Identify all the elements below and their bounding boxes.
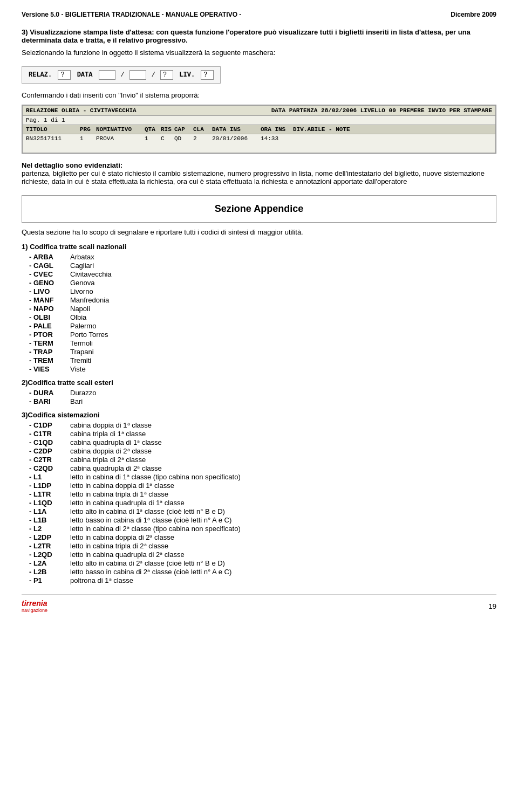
section1-title: 1) Codifica tratte scali nazionali xyxy=(22,243,496,251)
codice-key: - CVEC xyxy=(22,270,70,278)
list-item: - ARBAArbatax xyxy=(22,253,496,261)
list-item: - MANFManfredonia xyxy=(22,296,496,304)
detail-note: Nel dettaglio sono evidenziati: partenza… xyxy=(22,161,496,185)
list-item: - L2QDletto in cabina quadrupla di 2ᵃ cl… xyxy=(22,550,496,559)
codice-val: cabina tripla di 2ᵃ classe xyxy=(70,456,496,464)
codice-val: Arbatax xyxy=(70,253,496,261)
codice-val: Manfredonia xyxy=(70,296,496,304)
empty-row xyxy=(23,143,495,153)
list-item: - TREMTremiti xyxy=(22,356,496,364)
table-row: BN32517111 1 PROVA 1 C QD 2 20/01/2006 1… xyxy=(23,134,495,143)
codice-key: - C2TR xyxy=(22,456,70,464)
codice-key: - L1 xyxy=(22,473,70,481)
list-item: - L2DPletto in cabina doppia di 2ᵃ class… xyxy=(22,533,496,541)
codice-list-1: - ARBAArbatax- CAGLCagliari- CVECCivitav… xyxy=(22,253,496,373)
list-item: - C2TRcabina tripla di 2ᵃ classe xyxy=(22,456,496,464)
codice-val: cabina quadrupla di 1ᵃ classe xyxy=(70,438,496,446)
codice-key: - PALE xyxy=(22,322,70,330)
codice-val: Termoli xyxy=(70,339,496,347)
codice-val: Durazzo xyxy=(70,389,496,397)
data-label: DATA xyxy=(77,71,93,79)
codice-key: - L1B xyxy=(22,516,70,524)
codice-key: - L2TR xyxy=(22,542,70,550)
codice-val: cabina tripla di 1ᵃ classe xyxy=(70,430,496,438)
codice-val: letto alto in cabina di 1ᵃ classe (cioè … xyxy=(70,507,496,515)
codice-val: Trapani xyxy=(70,348,496,356)
section3-desc: Selezionando la funzione in oggetto il s… xyxy=(22,49,496,57)
codice-key: - L1A xyxy=(22,507,70,515)
codice-val: Palermo xyxy=(70,322,496,330)
codice-val: letto in cabina di 2ᵃ classe (tipo cabin… xyxy=(70,525,496,533)
codice-val: Genova xyxy=(70,279,496,287)
appendice-box: Sezione Appendice xyxy=(22,195,496,223)
page-number: 19 xyxy=(489,602,496,610)
screen1-box: RELAZ. ? DATA / / ? LIV. ? xyxy=(22,66,221,84)
list-item: - PTORPorto Torres xyxy=(22,331,496,339)
codice-key: - L2DP xyxy=(22,533,70,541)
list-item: - LIVOLivorno xyxy=(22,287,496,295)
relaz-label: RELAZ. xyxy=(29,71,52,79)
codice-key: - C1TR xyxy=(22,430,70,438)
list-item: - GENOGenova xyxy=(22,279,496,287)
rel-label-key: RELAZIONE OLBIA - CIVITAVECCHIA xyxy=(26,107,137,114)
data-partenza: DATA PARTENZA 28/02/2006 LIVELLO 00 PREM… xyxy=(271,107,492,114)
codice-val: letto in cabina quadrupla di 2ᵃ classe xyxy=(70,550,496,559)
list-item: - PALEPalermo xyxy=(22,322,496,330)
list-item: - L2letto in cabina di 2ᵃ classe (tipo c… xyxy=(22,525,496,533)
list-item: - C1DPcabina doppia di 1ᵃ classe xyxy=(22,421,496,429)
codice-val: letto in cabina tripla di 2ᵃ classe xyxy=(70,542,496,550)
data-year-field: ? xyxy=(160,70,173,80)
list-item: - L1QDletto in cabina quadrupla di 1ᵃ cl… xyxy=(22,499,496,507)
codice-val: Tremiti xyxy=(70,356,496,364)
codice-key: - L2 xyxy=(22,525,70,533)
codice-val: cabina doppia di 1ᵃ classe xyxy=(70,421,496,429)
codice-val: Viste xyxy=(70,365,496,373)
codice-key: - TREM xyxy=(22,356,70,364)
list-item: - L1letto in cabina di 1ᵃ classe (tipo c… xyxy=(22,473,496,481)
list-item: - L2Aletto alto in cabina di 2ᵃ classe (… xyxy=(22,559,496,567)
section3-title-sist: 3)Codifica sistemazioni xyxy=(22,411,496,419)
codice-key: - CAGL xyxy=(22,262,70,270)
relaz-field: ? xyxy=(58,70,71,80)
codice-key: - L2A xyxy=(22,559,70,567)
codice-val: Livorno xyxy=(70,287,496,295)
list-item: - L1Aletto alto in cabina di 1ᵃ classe (… xyxy=(22,507,496,515)
codice-val: Civitavecchia xyxy=(70,270,496,278)
codice-key: - LIVO xyxy=(22,287,70,295)
codice-key: - ARBA xyxy=(22,253,70,261)
codice-list-3: - C1DPcabina doppia di 1ᵃ classe- C1TRca… xyxy=(22,421,496,584)
codice-key: - PTOR xyxy=(22,331,70,339)
list-item: - NAPONapoli xyxy=(22,305,496,313)
codice-list-2: - DURADurazzo- BARIBari xyxy=(22,389,496,405)
codice-key: - L1TR xyxy=(22,490,70,498)
list-item: - C1QDcabina quadrupla di 1ᵃ classe xyxy=(22,438,496,446)
data-day-field xyxy=(99,70,116,80)
liv-label: LIV. xyxy=(179,71,195,79)
codice-key: - L1QD xyxy=(22,499,70,507)
codice-key: - C1DP xyxy=(22,421,70,429)
list-item: - OLBIOlbia xyxy=(22,313,496,321)
codice-key: - L1DP xyxy=(22,481,70,490)
codice-val: letto in cabina di 1ᵃ classe (tipo cabin… xyxy=(70,473,496,481)
liv-field: ? xyxy=(201,70,214,80)
codice-key: - VIES xyxy=(22,365,70,373)
data-month-field xyxy=(130,70,147,80)
codice-val: Porto Torres xyxy=(70,331,496,339)
appendice-desc: Questa sezione ha lo scopo di segnalare … xyxy=(22,228,496,236)
codice-val: letto in cabina quadrupla di 1ᵃ classe xyxy=(70,499,496,507)
appendice-title: Sezione Appendice xyxy=(30,203,488,215)
codice-val: letto basso in cabina di 1ᵃ classe (cioè… xyxy=(70,516,496,524)
list-item: - C2DPcabina doppia di 2ᵃ classe xyxy=(22,447,496,455)
codice-key: - BARI xyxy=(22,397,70,405)
list-item: - C1TRcabina tripla di 1ᵃ classe xyxy=(22,430,496,438)
codice-val: letto alto in cabina di 2ᵃ classe (cioè … xyxy=(70,559,496,567)
codice-key: - NAPO xyxy=(22,305,70,313)
list-item: - L1TRletto in cabina tripla di 1ᵃ class… xyxy=(22,490,496,498)
codice-val: Cagliari xyxy=(70,262,496,270)
list-item: - BARIBari xyxy=(22,397,496,405)
codice-key: - L2QD xyxy=(22,550,70,559)
section3-title: 3) Visualizzazione stampa liste d'attesa… xyxy=(22,28,496,44)
screen2-box: RELAZIONE OLBIA - CIVITAVECCHIA DATA PAR… xyxy=(22,105,496,154)
section2-title: 2)Codifica tratte scali esteri xyxy=(22,379,496,387)
codice-key: - P1 xyxy=(22,576,70,584)
